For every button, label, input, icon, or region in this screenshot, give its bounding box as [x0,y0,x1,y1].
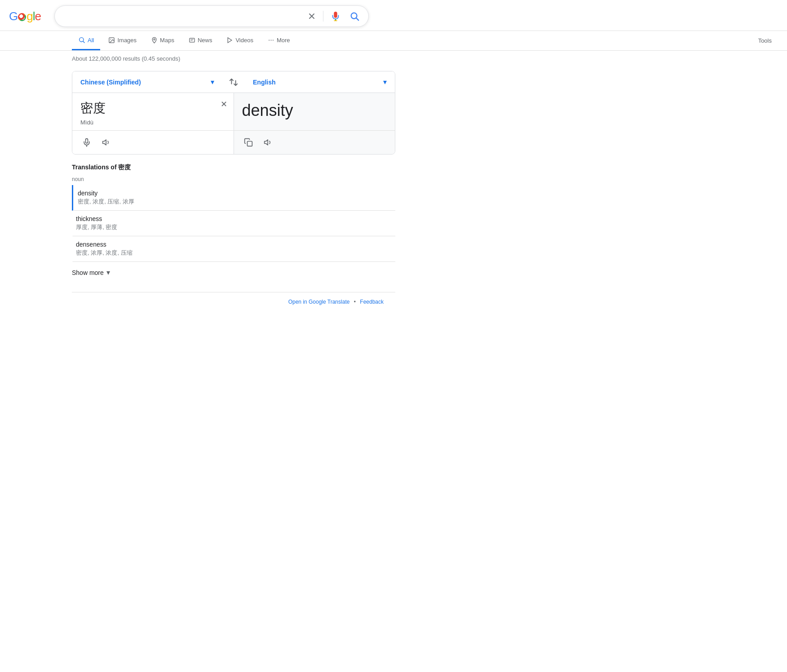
translator-widget: Chinese (Simplified) ▾ English ▾ 密度 Mìdù… [72,71,395,155]
translator-left: 密度 Mìdù ✕ [72,93,234,130]
target-lang-select[interactable]: English ▾ [245,71,395,93]
feedback-link[interactable]: Feedback [360,299,384,305]
translator-right: density [234,93,395,130]
more-nav-icon [268,37,274,44]
svg-line-5 [83,41,84,43]
translation-alts-denseness: 密度, 浓厚, 浓度, 压缩 [76,249,395,257]
svg-point-13 [269,40,270,40]
target-speaker-button[interactable] [260,135,276,150]
top-bar: Ggle 谷歌翻译 [0,0,787,31]
logo-icon [18,13,26,21]
search-icon [349,11,359,21]
svg-line-3 [356,18,358,20]
main-content: Chinese (Simplified) ▾ English ▾ 密度 Mìdù… [0,66,404,320]
svg-rect-19 [247,141,252,146]
tab-maps[interactable]: Maps [145,31,181,50]
maps-nav-icon [151,37,158,44]
target-lang-label: English [253,79,276,86]
tab-images[interactable]: Images [102,31,143,50]
source-speaker-button[interactable] [98,135,115,150]
svg-marker-20 [264,140,268,146]
speaker-source-icon [102,138,111,147]
tab-videos[interactable]: Videos [220,31,260,50]
source-lang-select[interactable]: Chinese (Simplified) ▾ [72,71,222,93]
translator-header: Chinese (Simplified) ▾ English ▾ [72,71,395,93]
search-icons [306,9,361,23]
search-bar: 谷歌翻译 [54,5,369,27]
search-button[interactable] [348,9,361,23]
search-bar-wrapper: 谷歌翻译 [54,5,369,27]
google-logo: Ggle [9,9,41,23]
separator [323,11,323,22]
source-lang-label: Chinese (Simplified) [80,79,141,86]
show-more-button[interactable]: Show more ▾ [72,262,110,283]
swap-icon [229,77,239,87]
svg-rect-9 [190,38,195,42]
voice-search-button[interactable] [329,9,342,23]
search-nav-icon [78,36,85,44]
translation-item-thickness: thickness 厚度, 厚薄, 密度 [72,211,395,236]
translator-actions [72,130,395,154]
source-pinyin: Mìdù [80,119,225,126]
footer-separator: • [354,299,356,305]
mic-icon [331,11,340,21]
bottom-bar: Open in Google Translate • Feedback [72,292,395,311]
svg-marker-12 [228,37,232,42]
search-input[interactable]: 谷歌翻译 [62,12,301,21]
chevron-down-icon: ▾ [106,268,110,277]
translation-item-denseness: denseness 密度, 浓厚, 浓度, 压缩 [72,236,395,262]
svg-point-8 [154,39,155,40]
copy-icon [244,138,253,147]
translation-alts-thickness: 厚度, 厚薄, 密度 [76,223,395,231]
svg-marker-18 [103,140,106,146]
svg-rect-16 [86,139,88,143]
news-nav-icon [189,37,195,44]
svg-point-7 [111,39,111,40]
nav-tabs: All Images Maps News Videos [0,31,787,51]
tab-all[interactable]: All [72,31,100,50]
translations-section: Translations of 密度 noun density 密度, 浓度, … [72,164,395,283]
translation-word-denseness: denseness [76,241,395,248]
translation-alts-density: 密度, 浓度, 压缩, 浓厚 [78,198,395,206]
source-actions [72,131,234,154]
pos-noun-label: noun [72,176,395,182]
translation-item-density: density 密度, 浓度, 压缩, 浓厚 [72,185,395,211]
svg-point-15 [273,40,274,40]
images-nav-icon [108,37,115,44]
speaker-target-icon [264,138,273,147]
videos-nav-icon [226,37,233,44]
source-mic-button[interactable] [79,135,95,150]
close-icon [308,12,316,20]
tab-news[interactable]: News [182,31,219,50]
show-more-label: Show more [72,269,104,276]
results-info: About 122,000,000 results (0.45 seconds) [0,51,787,66]
swap-languages-button[interactable] [222,73,245,92]
translations-title: Translations of 密度 [72,164,395,172]
source-lang-arrow-icon: ▾ [211,78,214,86]
translator-body: 密度 Mìdù ✕ density [72,93,395,130]
tools-tab[interactable]: Tools [752,32,778,49]
copy-button[interactable] [240,135,256,150]
translation-word-density: density [78,190,395,197]
mic-source-icon [82,138,91,147]
svg-point-14 [270,40,271,40]
source-text: 密度 [80,100,225,116]
open-google-translate-link[interactable]: Open in Google Translate [288,299,350,305]
tab-more[interactable]: More [261,31,296,50]
clear-search-button[interactable] [306,10,318,22]
target-actions [234,131,395,154]
clear-source-button[interactable]: ✕ [221,99,227,109]
target-text: density [242,100,387,121]
target-lang-arrow-icon: ▾ [383,78,387,86]
translation-word-thickness: thickness [76,215,395,222]
